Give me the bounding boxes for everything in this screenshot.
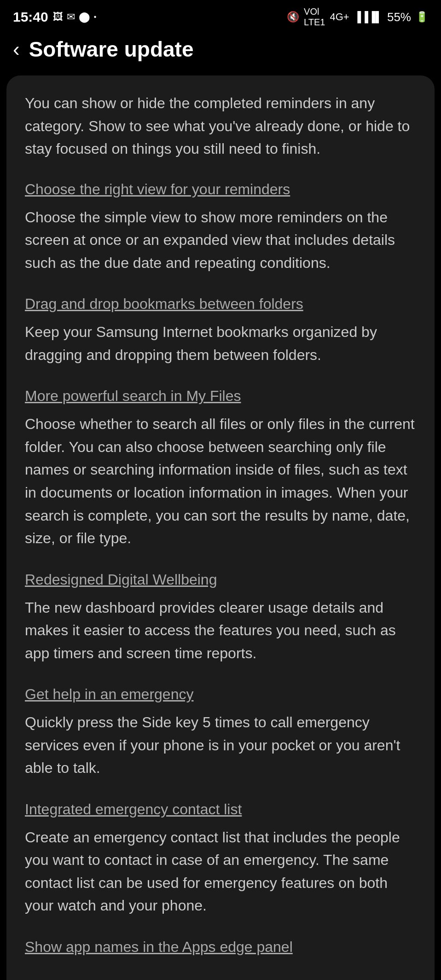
gallery-icon: 🖼 [53, 11, 63, 23]
feature-desc-2: Keep your Samsung Internet bookmarks org… [25, 321, 416, 366]
feature-desc-6: Create an emergency contact list that in… [25, 826, 416, 917]
feature-section-1: Choose the right view for your reminders… [25, 179, 416, 275]
feature-title-6: Integrated emergency contact list [25, 799, 416, 820]
feature-desc-4: The new dashboard provides clearer usage… [25, 597, 416, 665]
status-time: 15:40 [13, 9, 48, 25]
feature-desc-3: Choose whether to search all files or on… [25, 413, 416, 550]
feature-title-4: Redesigned Digital Wellbeing [25, 569, 416, 590]
feature-title-5: Get help in an emergency [25, 684, 416, 705]
content-card: You can show or hide the completed remin… [6, 75, 435, 980]
feature-title-1: Choose the right view for your reminders [25, 179, 416, 200]
intro-text: You can show or hide the completed remin… [25, 92, 416, 161]
back-button[interactable]: ‹ [13, 39, 20, 59]
bars-icon: ▐▐▐▌ [354, 11, 383, 23]
feature-section-4: Redesigned Digital Wellbeing The new das… [25, 569, 416, 665]
page-title: Software update [29, 37, 194, 62]
feature-section-7: Show app names in the Apps edge panel [25, 937, 416, 957]
feature-section-2: Drag and drop bookmarks between folders … [25, 294, 416, 366]
feature-section-6: Integrated emergency contact list Create… [25, 799, 416, 917]
status-icons: 🖼 ✉ ⬤ • [53, 11, 97, 23]
dot-icon: • [94, 13, 97, 21]
feature-title-2: Drag and drop bookmarks between folders [25, 294, 416, 314]
status-bar-left: 15:40 🖼 ✉ ⬤ • [13, 9, 96, 25]
feature-desc-5: Quickly press the Side key 5 times to ca… [25, 711, 416, 780]
page-header: ‹ Software update [0, 32, 441, 71]
feature-desc-1: Choose the simple view to show more remi… [25, 206, 416, 275]
signal-icon: VOlLTE1 [304, 6, 325, 28]
mute-icon: 🔇 [287, 11, 299, 23]
instagram-icon: ⬤ [79, 11, 90, 23]
feature-section-5: Get help in an emergency Quickly press t… [25, 684, 416, 780]
status-bar: 15:40 🖼 ✉ ⬤ • 🔇 VOlLTE1 4G+ ▐▐▐▌ 55% 🔋 [0, 0, 441, 32]
battery-level: 55% [387, 10, 411, 24]
feature-title-3: More powerful search in My Files [25, 386, 416, 406]
status-bar-right: 🔇 VOlLTE1 4G+ ▐▐▐▌ 55% 🔋 [287, 6, 428, 28]
network-icon: 4G+ [330, 11, 349, 23]
email-icon: ✉ [67, 11, 75, 23]
battery-icon: 🔋 [416, 11, 428, 23]
feature-section-3: More powerful search in My Files Choose … [25, 386, 416, 550]
feature-title-7: Show app names in the Apps edge panel [25, 937, 416, 957]
